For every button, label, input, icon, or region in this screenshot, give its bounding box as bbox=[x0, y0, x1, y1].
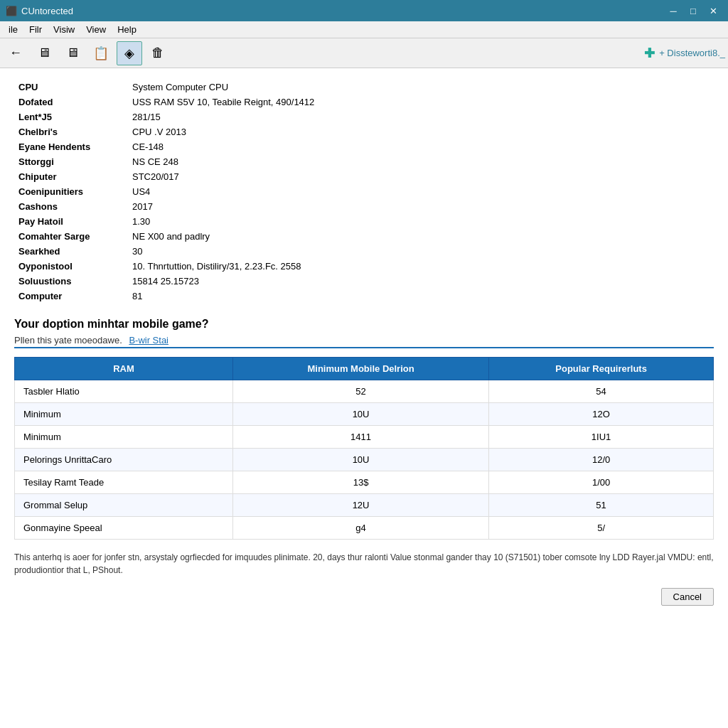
table-row: Cashons2017 bbox=[14, 199, 714, 214]
cell-col3: 1IU1 bbox=[489, 426, 714, 449]
minimize-btn[interactable]: ─ bbox=[664, 4, 682, 18]
info-label: Cashons bbox=[14, 199, 128, 214]
table-row: Minimum10U12O bbox=[15, 403, 714, 426]
info-value: System Computer CPU bbox=[128, 80, 714, 95]
info-value: NE X00 and padlry bbox=[128, 229, 714, 244]
table-row: Pay Hatoil1.30 bbox=[14, 214, 714, 229]
main-content: CPUSystem Computer CPUDofatedUSS RAM S5V… bbox=[0, 68, 728, 728]
table-row: Gonmayine Speealg45/ bbox=[15, 517, 714, 540]
info-value: USS RAM S5V 10, Teabile Reignt, 490/1412 bbox=[128, 95, 714, 109]
info-value: 15814 25.15723 bbox=[128, 274, 714, 289]
table-row: Comahter SargeNE X00 and padlry bbox=[14, 229, 714, 244]
section-subtitle: Pllen this yate moeodawe. B-wir Stai bbox=[14, 335, 714, 346]
cell-col2: 1411 bbox=[232, 426, 488, 449]
info-label: Searkhed bbox=[14, 244, 128, 259]
menu-help[interactable]: Help bbox=[112, 21, 142, 38]
app-title: CUntorected bbox=[21, 6, 73, 16]
table-row: Grommal Selup12U51 bbox=[15, 494, 714, 517]
cell-col1: Grommal Selup bbox=[15, 494, 233, 517]
section-divider bbox=[14, 347, 714, 348]
cell-col1: Tesilay Ramt Teade bbox=[15, 471, 233, 494]
info-value: 10. Thnrtuttion, Distiliry/31, 2.23.Fc. … bbox=[128, 259, 714, 274]
menu-bar: ile Filr Visiw View Help bbox=[0, 21, 728, 38]
section-link[interactable]: B-wir Stai bbox=[129, 335, 168, 346]
cell-col1: Minimum bbox=[15, 426, 233, 449]
col-header-min: Minimum Mobile Delrion bbox=[232, 358, 488, 380]
table-row: Searkhed30 bbox=[14, 244, 714, 259]
cell-col2: 13$ bbox=[232, 471, 488, 494]
table-row: Lent*J5281/15 bbox=[14, 109, 714, 124]
table-row: Eyane HendentsCE-148 bbox=[14, 139, 714, 154]
clipboard-btn[interactable]: 📋 bbox=[88, 41, 114, 65]
table-row: Chelbri'sCPU .V 2013 bbox=[14, 124, 714, 139]
info-value: 81 bbox=[128, 289, 714, 304]
table-row: Pelorings UnrittaCaro10U12/0 bbox=[15, 449, 714, 471]
info-value: 1.30 bbox=[128, 214, 714, 229]
table-row: Oyponistool10. Thnrtuttion, Distiliry/31… bbox=[14, 259, 714, 274]
question-section: Your doption minhtar mobile game? Pllen … bbox=[14, 318, 714, 348]
info-label: Pay Hatoil bbox=[14, 214, 128, 229]
toolbar-right: ✚ + Dissteworti8._ bbox=[644, 46, 725, 61]
table-row: Tesilay Ramt Teade13$1/00 bbox=[15, 471, 714, 494]
info-label: Sttorggi bbox=[14, 154, 128, 169]
menu-ile[interactable]: ile bbox=[3, 21, 23, 38]
menu-visiw[interactable]: Visiw bbox=[48, 21, 80, 38]
cell-col2: 10U bbox=[232, 403, 488, 426]
info-label: Comahter Sarge bbox=[14, 229, 128, 244]
diamond-btn[interactable]: ◈ bbox=[117, 41, 142, 65]
cell-col3: 51 bbox=[489, 494, 714, 517]
menu-filr[interactable]: Filr bbox=[23, 21, 48, 38]
cell-col1: Pelorings UnrittaCaro bbox=[15, 449, 233, 471]
menu-view[interactable]: View bbox=[80, 21, 112, 38]
trash-btn[interactable]: 🗑 bbox=[145, 41, 171, 65]
table-row: Minimum14111IU1 bbox=[15, 426, 714, 449]
info-label: Soluustions bbox=[14, 274, 128, 289]
table-row: Soluustions15814 25.15723 bbox=[14, 274, 714, 289]
info-table: CPUSystem Computer CPUDofatedUSS RAM S5V… bbox=[14, 80, 714, 304]
window-controls: ─ □ ✕ bbox=[664, 4, 722, 18]
info-label: Oyponistool bbox=[14, 259, 128, 274]
table-body: Tasbler Hlatio5254Minimum10U12OMinimum14… bbox=[15, 380, 714, 540]
info-label: Dofated bbox=[14, 95, 128, 109]
info-value: STC20/017 bbox=[128, 169, 714, 184]
info-label: Chiputer bbox=[14, 169, 128, 184]
button-row: Cancel bbox=[14, 588, 714, 606]
close-btn[interactable]: ✕ bbox=[704, 4, 722, 18]
section-title: Your doption minhtar mobile game? bbox=[14, 318, 714, 331]
info-label: CPU bbox=[14, 80, 128, 95]
info-value: 2017 bbox=[128, 199, 714, 214]
back-btn[interactable]: ← bbox=[3, 41, 28, 65]
toolbar: ← 🖥 🖥 📋 ◈ 🗑 ✚ + Dissteworti8._ bbox=[0, 38, 728, 68]
info-value: NS CE 248 bbox=[128, 154, 714, 169]
info-label: Eyane Hendents bbox=[14, 139, 128, 154]
info-label: Coenipunitiers bbox=[14, 184, 128, 199]
table-row: Tasbler Hlatio5254 bbox=[15, 380, 714, 403]
table-row: ChiputerSTC20/017 bbox=[14, 169, 714, 184]
info-value: US4 bbox=[128, 184, 714, 199]
table-row: CoenipunitiersUS4 bbox=[14, 184, 714, 199]
toolbar-buttons: ← 🖥 🖥 📋 ◈ 🗑 bbox=[3, 41, 171, 65]
cancel-button[interactable]: Cancel bbox=[661, 588, 714, 606]
computer-btn[interactable]: 🖥 bbox=[31, 41, 57, 65]
monitor-btn[interactable]: 🖥 bbox=[60, 41, 85, 65]
info-label: Lent*J5 bbox=[14, 109, 128, 124]
cell-col2: g4 bbox=[232, 517, 488, 540]
footer-note: This anterhq is aoer for jonfer stn, ars… bbox=[14, 551, 714, 577]
cell-col3: 5/ bbox=[489, 517, 714, 540]
table-row: SttorggiNS CE 248 bbox=[14, 154, 714, 169]
cell-col2: 12U bbox=[232, 494, 488, 517]
cell-col2: 52 bbox=[232, 380, 488, 403]
maximize-btn[interactable]: □ bbox=[684, 4, 702, 18]
table-header: RAM Minimum Mobile Delrion Popular Requi… bbox=[15, 358, 714, 380]
cell-col1: Tasbler Hlatio bbox=[15, 380, 233, 403]
plus-icon: ✚ bbox=[644, 46, 655, 61]
data-table: RAM Minimum Mobile Delrion Popular Requi… bbox=[14, 357, 714, 540]
info-value: CPU .V 2013 bbox=[128, 124, 714, 139]
info-value: CE-148 bbox=[128, 139, 714, 154]
cell-col3: 12/0 bbox=[489, 449, 714, 471]
title-bar: ⬛ CUntorected ─ □ ✕ bbox=[0, 0, 728, 21]
toolbar-right-label: + Dissteworti8._ bbox=[659, 48, 725, 58]
cell-col1: Minimum bbox=[15, 403, 233, 426]
table-row: Computer81 bbox=[14, 289, 714, 304]
col-header-pop: Popular Requirerluts bbox=[489, 358, 714, 380]
